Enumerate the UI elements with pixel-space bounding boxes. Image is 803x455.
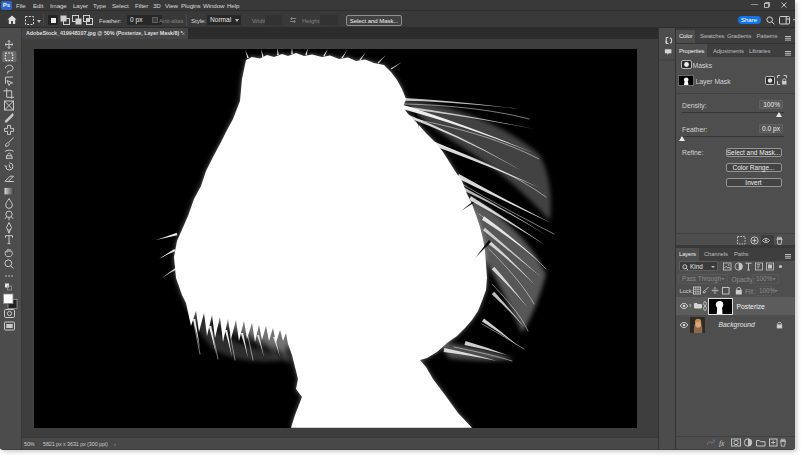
svg-text:fx: fx bbox=[719, 439, 725, 448]
